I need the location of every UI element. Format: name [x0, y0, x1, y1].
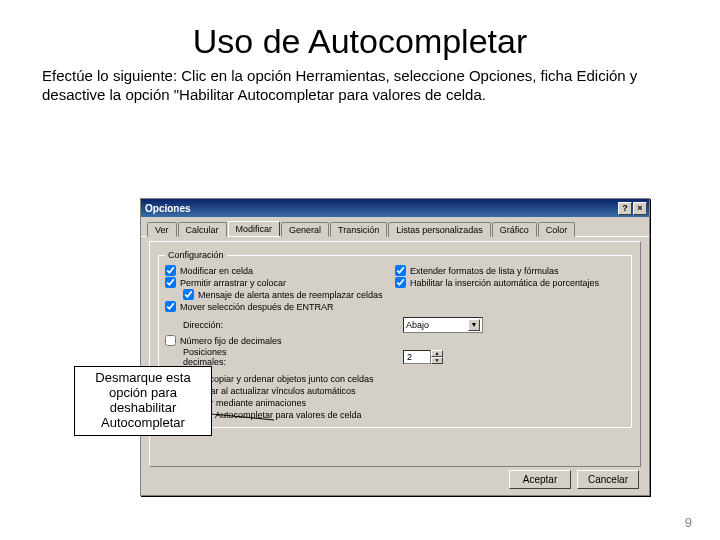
checkbox-fijo-decimales[interactable]	[165, 335, 176, 346]
config-group: Configuración Modificar en celda Permiti…	[158, 250, 632, 428]
decimal-pos-stepper[interactable]: 2 ▲▼	[403, 350, 443, 364]
decimal-pos-label: Posiciones decimales:	[165, 347, 255, 367]
checkbox-modificar-celda[interactable]	[165, 265, 176, 276]
tab-transicion[interactable]: Transición	[330, 222, 387, 237]
dialog-titlebar: Opciones ? ×	[141, 199, 649, 217]
label-arrastrar: Permitir arrastrar y colocar	[180, 278, 286, 288]
page-number: 9	[685, 515, 692, 530]
svg-line-0	[212, 414, 274, 420]
tab-calcular[interactable]: Calcular	[178, 222, 227, 237]
tab-ver[interactable]: Ver	[147, 222, 177, 237]
label-modificar-celda: Modificar en celda	[180, 266, 253, 276]
tab-panel: Configuración Modificar en celda Permiti…	[149, 241, 641, 467]
spin-up-icon[interactable]: ▲	[431, 350, 443, 357]
ok-button[interactable]: Aceptar	[509, 470, 571, 489]
decimal-pos-value: 2	[403, 350, 431, 364]
label-extender: Extender formatos de lista y fórmulas	[410, 266, 559, 276]
tab-listas[interactable]: Listas personalizadas	[388, 222, 491, 237]
slide-title: Uso de Autocompletar	[0, 22, 720, 61]
label-porcentaje-auto: Habilitar la inserción automática de por…	[410, 278, 599, 288]
callout-connector	[212, 414, 274, 422]
label-fijo-decimales: Número fijo de decimales	[180, 336, 282, 346]
spin-down-icon[interactable]: ▼	[431, 357, 443, 364]
direction-label: Dirección:	[165, 320, 255, 330]
help-button[interactable]: ?	[618, 202, 632, 215]
cancel-button[interactable]: Cancelar	[577, 470, 639, 489]
checkbox-alerta[interactable]	[183, 289, 194, 300]
tab-general[interactable]: General	[281, 222, 329, 237]
tab-modificar[interactable]: Modificar	[228, 221, 281, 236]
tab-grafico[interactable]: Gráfico	[492, 222, 537, 237]
tab-strip: Ver Calcular Modificar General Transició…	[141, 217, 649, 237]
dialog-title: Opciones	[145, 203, 191, 214]
callout-box: Desmarque esta opción para deshabilitar …	[74, 366, 212, 436]
checkbox-arrastrar[interactable]	[165, 277, 176, 288]
direction-value: Abajo	[406, 320, 429, 330]
options-dialog: Opciones ? × Ver Calcular Modificar Gene…	[140, 198, 650, 496]
tab-color[interactable]: Color	[538, 222, 576, 237]
chevron-down-icon: ▼	[468, 319, 480, 331]
direction-select[interactable]: Abajo ▼	[403, 317, 483, 333]
callout-text: Desmarque esta opción para deshabilitar …	[95, 370, 190, 430]
label-alerta: Mensaje de alerta antes de reemplazar ce…	[198, 290, 383, 300]
checkbox-extender[interactable]	[395, 265, 406, 276]
config-group-legend: Configuración	[165, 250, 227, 260]
checkbox-porcentaje-auto[interactable]	[395, 277, 406, 288]
checkbox-mover-sel[interactable]	[165, 301, 176, 312]
slide-description: Efectúe lo siguiente: Clic en la opción …	[42, 67, 678, 105]
close-button[interactable]: ×	[633, 202, 647, 215]
label-mover-sel: Mover selección después de ENTRAR	[180, 302, 334, 312]
